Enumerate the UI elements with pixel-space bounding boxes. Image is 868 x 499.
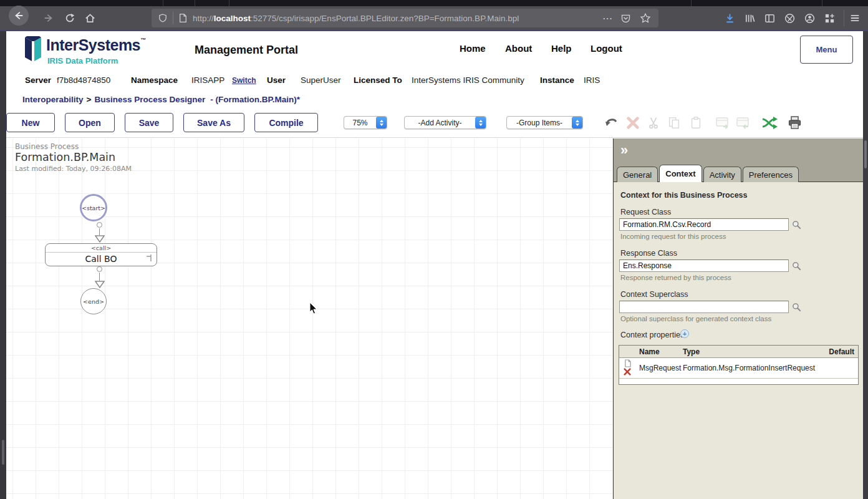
instance-label: Instance [540, 75, 574, 85]
sidebar-icon [764, 12, 776, 24]
tab-separator [163, 0, 163, 6]
response-class-label: Response Class [620, 249, 677, 258]
refresh-button[interactable] [61, 6, 79, 30]
extensions-button[interactable] [821, 6, 837, 30]
account-icon [804, 12, 816, 24]
containers-button[interactable] [781, 6, 798, 30]
left-scrollbar-thumb[interactable] [2, 440, 4, 465]
breadcrumb-page[interactable]: Business Process Designer [94, 95, 205, 104]
bp-title: Formation.BP.Main [15, 151, 115, 163]
class-finder-icon[interactable] [792, 261, 801, 271]
col-default: Default [829, 347, 854, 356]
context-superclass-input[interactable] [619, 301, 789, 313]
table-row[interactable]: MsgRequest Formation.Msg.FormationInsert… [619, 358, 858, 379]
col-type: Type [683, 347, 700, 356]
context-tab-content: Context for this Business Process Reques… [614, 183, 863, 499]
start-node[interactable]: <start> [80, 194, 107, 221]
nav-about[interactable]: About [505, 43, 532, 54]
pocket-icon[interactable] [620, 13, 631, 24]
save-as-button[interactable]: Save As [183, 113, 244, 132]
new-button[interactable]: New [6, 113, 55, 132]
export-button [715, 115, 731, 131]
delete-property-icon[interactable] [624, 368, 631, 375]
connector-dot[interactable] [97, 266, 102, 272]
collapse-panel-button[interactable]: » [620, 142, 628, 158]
forward-button[interactable] [40, 6, 57, 30]
back-button[interactable] [9, 6, 29, 26]
start-node-label: <start> [82, 205, 105, 211]
namespace-value: IRISAPP [191, 75, 224, 85]
add-property-button[interactable]: + [680, 329, 689, 338]
tab-context[interactable]: Context [659, 165, 702, 182]
account-button[interactable] [801, 6, 817, 30]
library-button[interactable] [741, 6, 758, 30]
tab-activity[interactable]: Activity [703, 167, 741, 182]
request-class-help: Incoming request for this process [620, 233, 726, 240]
licensed-value: InterSystems IRIS Community [412, 75, 524, 85]
connector-arrow-icon [95, 281, 105, 288]
printer-icon [788, 115, 803, 130]
async-flag-icon [145, 254, 153, 262]
undo-button[interactable] [604, 115, 620, 131]
class-finder-icon[interactable] [792, 303, 801, 312]
switch-link[interactable]: Switch [232, 76, 256, 85]
bp-type-label: Business Process [15, 142, 79, 151]
browser-tab-strip[interactable] [0, 0, 868, 6]
paste-icon [689, 116, 703, 130]
open-button[interactable]: Open [65, 113, 115, 132]
back-icon [13, 10, 24, 21]
right-scrollbar-track[interactable] [863, 31, 868, 499]
tab-preferences[interactable]: Preferences [743, 167, 799, 182]
end-node-label: <end> [83, 298, 104, 305]
overflow-dots-icon[interactable]: ⋯ [602, 12, 613, 24]
intersystems-logo-icon [22, 35, 44, 64]
page-proxy-icon[interactable] [178, 13, 188, 23]
add-activity-select[interactable]: -Add Activity- [404, 116, 486, 129]
forward-icon [43, 12, 54, 24]
breadcrumb-section[interactable]: Interoperability [22, 95, 84, 104]
urlbar-divider [173, 12, 173, 24]
tab-general[interactable]: General [617, 167, 658, 182]
nav-help[interactable]: Help [551, 43, 572, 54]
menu-button[interactable]: Menu [800, 36, 853, 64]
context-superclass-help: Optional superclass for generated contex… [620, 315, 771, 322]
reroute-button[interactable] [761, 115, 778, 131]
call-activity-node[interactable]: <call> Call BO [45, 243, 157, 266]
nav-home[interactable]: Home [460, 43, 486, 54]
save-button[interactable]: Save [125, 113, 173, 132]
compile-button[interactable]: Compile [254, 113, 318, 132]
end-node[interactable]: <end> [80, 288, 107, 314]
home-button[interactable] [81, 6, 99, 30]
bookmark-star-icon[interactable] [640, 12, 651, 24]
downloads-button[interactable] [721, 6, 738, 30]
right-scrollbar-thumb[interactable] [864, 140, 867, 168]
download-icon [724, 12, 736, 24]
library-icon [744, 12, 756, 24]
url-text[interactable]: http://localhost:52775/csp/irisapp/EnsPo… [193, 14, 519, 23]
property-name: MsgRequest [639, 364, 681, 372]
bpl-diagram-canvas[interactable]: Business Process Formation.BP.Main Last … [6, 138, 613, 499]
context-properties-label: Context properties [620, 331, 684, 339]
edit-property-icon[interactable] [624, 359, 631, 367]
row-action-icons [624, 359, 631, 375]
response-class-help: Response returned by this process [620, 274, 731, 281]
response-class-input[interactable] [619, 259, 789, 272]
class-finder-icon[interactable] [792, 220, 801, 230]
copy-button [666, 115, 682, 131]
add-activity-value: -Add Activity- [405, 119, 475, 127]
zoom-select[interactable]: 75% [344, 116, 387, 129]
app-menu-button[interactable] [846, 6, 864, 30]
refresh-icon [64, 12, 75, 24]
nav-logout[interactable]: Logout [591, 43, 622, 54]
select-stepper-icon [376, 117, 387, 128]
connector-dot[interactable] [97, 222, 102, 228]
url-host: localhost [214, 14, 251, 23]
toolbar-divider [844, 10, 844, 26]
print-button[interactable] [787, 115, 803, 131]
request-class-input[interactable] [619, 218, 789, 231]
server-label: Server [25, 75, 51, 85]
group-items-select[interactable]: -Group Items- [506, 116, 583, 129]
sidebar-button[interactable] [761, 6, 778, 30]
url-bar[interactable]: http://localhost:52775/csp/irisapp/EnsPo… [152, 9, 658, 27]
tracking-shield-icon[interactable] [158, 13, 168, 23]
